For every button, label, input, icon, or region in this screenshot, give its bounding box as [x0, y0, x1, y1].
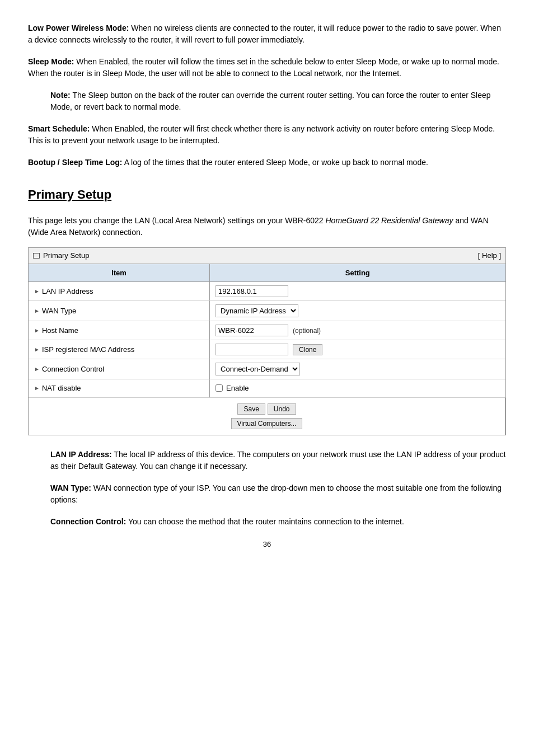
nat-disable-label: ► NAT disable: [34, 383, 204, 394]
wan-desc-label: WAN Type:: [50, 483, 91, 492]
note-para: Note: The Sleep button on the back of th…: [50, 90, 506, 113]
clone-button[interactable]: Clone: [293, 344, 322, 355]
host-name-label-text: Host Name: [42, 325, 78, 336]
note-block: Note: The Sleep button on the back of th…: [50, 90, 506, 113]
intro-para: This page lets you change the LAN (Local…: [28, 215, 506, 238]
nat-disable-checkbox[interactable]: [216, 384, 223, 392]
setup-table: Item Setting ► LAN IP Address: [29, 264, 505, 435]
host-name-label: ► Host Name: [34, 325, 204, 336]
table-buttons-row: Save Undo Virtual Computers...: [29, 397, 505, 435]
save-button[interactable]: Save: [237, 403, 265, 415]
lan-desc-para: LAN IP Address: The local IP address of …: [50, 449, 506, 472]
arrow-icon: ►: [34, 326, 40, 335]
table-row: ► Host Name (optional): [29, 321, 505, 340]
smart-schedule-text: When Enabled, the router will first chec…: [28, 124, 495, 145]
lan-ip-label-text: LAN IP Address: [42, 286, 93, 297]
bootup-para: Bootup / Sleep Time Log: A log of the ti…: [28, 157, 506, 168]
connection-control-label: ► Connection Control: [34, 364, 204, 375]
sleep-mode-label: Sleep Mode:: [28, 57, 74, 66]
isp-mac-label: ► ISP registered MAC Address: [34, 344, 204, 355]
save-undo-row: Save Undo: [34, 403, 499, 415]
isp-mac-label-text: ISP registered MAC Address: [42, 344, 134, 355]
lan-desc-label: LAN IP Address:: [50, 450, 112, 459]
isp-mac-input[interactable]: [216, 344, 288, 355]
low-power-label: Low Power Wireless Mode:: [28, 24, 129, 32]
sleep-mode-text: When Enabled, the router will follow the…: [28, 57, 499, 78]
buttons-cell: Save Undo Virtual Computers...: [29, 397, 505, 435]
help-link[interactable]: [ Help ]: [478, 250, 501, 261]
arrow-icon: ►: [34, 287, 40, 295]
wan-type-label: ► WAN Type: [34, 306, 204, 317]
sleep-mode-para: Sleep Mode: When Enabled, the router wil…: [28, 56, 506, 79]
bootup-label: Bootup / Sleep Time Log:: [28, 158, 123, 167]
intro-italic: HomeGuard 22 Residential Gateway: [326, 216, 453, 225]
bottom-descriptions: LAN IP Address: The local IP address of …: [28, 449, 506, 528]
table-row: ► NAT disable Enable: [29, 379, 505, 398]
lan-ip-setting: [216, 285, 499, 297]
primary-setup-heading: Primary Setup: [28, 185, 506, 204]
conn-desc-text: You can choose the method that the route…: [126, 517, 404, 526]
undo-button[interactable]: Undo: [268, 403, 296, 415]
host-name-input[interactable]: [216, 325, 288, 336]
connection-control-select[interactable]: Connect-on-Demand Always On Manual: [216, 363, 300, 375]
connection-control-label-text: Connection Control: [42, 364, 104, 375]
isp-mac-setting: Clone: [216, 344, 499, 355]
bootup-text: A log of the times that the router enter…: [123, 158, 428, 167]
lan-desc-text: The local IP address of this device. The…: [50, 450, 506, 471]
table-row: ► ISP registered MAC Address Clone: [29, 340, 505, 359]
col-item: Item: [29, 264, 210, 282]
table-title: Primary Setup: [43, 250, 89, 261]
setup-table-wrapper: Primary Setup [ Help ] Item Setting ► LA…: [28, 247, 506, 435]
table-title-row: Primary Setup [ Help ]: [29, 248, 505, 264]
arrow-icon: ►: [34, 384, 40, 392]
table-row: ► Connection Control Connect-on-Demand A…: [29, 359, 505, 379]
optional-text: (optional): [293, 326, 321, 336]
page-number: 36: [28, 539, 506, 550]
wan-type-label-text: WAN Type: [42, 306, 76, 317]
arrow-icon: ►: [34, 307, 40, 315]
table-row: ► LAN IP Address: [29, 282, 505, 301]
lan-ip-label: ► LAN IP Address: [34, 286, 204, 297]
low-power-para: Low Power Wireless Mode: When no wireles…: [28, 22, 506, 46]
intro-text: This page lets you change the LAN (Local…: [28, 216, 326, 225]
virtual-computers-row: Virtual Computers...: [34, 418, 499, 429]
connection-control-setting: Connect-on-Demand Always On Manual: [216, 363, 499, 375]
arrow-icon: ►: [34, 365, 40, 373]
host-name-setting: (optional): [216, 325, 499, 336]
col-setting: Setting: [210, 264, 505, 282]
arrow-icon: ►: [34, 345, 40, 354]
virtual-computers-button[interactable]: Virtual Computers...: [231, 418, 303, 429]
nat-disable-setting: Enable: [216, 383, 499, 394]
smart-schedule-para: Smart Schedule: When Enabled, the router…: [28, 123, 506, 147]
enable-label: Enable: [226, 383, 249, 394]
table-title-left: Primary Setup: [33, 250, 89, 261]
conn-desc-label: Connection Control:: [50, 517, 126, 526]
nat-disable-label-text: NAT disable: [42, 383, 81, 394]
smart-schedule-label: Smart Schedule:: [28, 124, 90, 133]
wan-type-select[interactable]: Dynamic IP Address Static IP Address PPP…: [216, 304, 298, 317]
wan-desc-text: WAN connection type of your ISP. You can…: [50, 483, 502, 504]
wan-type-setting: Dynamic IP Address Static IP Address PPP…: [216, 304, 499, 317]
wan-desc-para: WAN Type: WAN connection type of your IS…: [50, 482, 506, 506]
table-row: ► WAN Type Dynamic IP Address Static IP …: [29, 301, 505, 321]
monitor-icon: [33, 253, 40, 259]
lan-ip-input[interactable]: [216, 285, 288, 297]
conn-desc-para: Connection Control: You can choose the m…: [50, 516, 506, 528]
note-text: The Sleep button on the back of the rout…: [50, 91, 491, 111]
note-label: Note:: [50, 91, 71, 100]
